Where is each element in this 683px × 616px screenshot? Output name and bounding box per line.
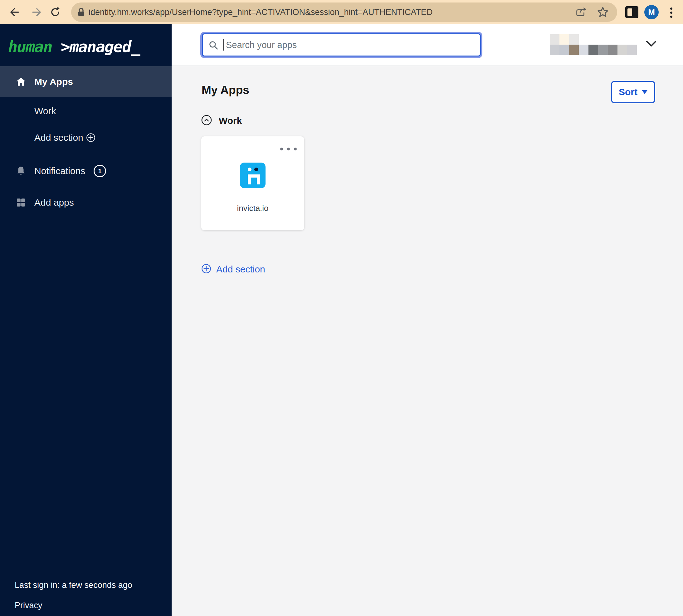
invicta-app-icon[interactable]: [240, 162, 266, 188]
sidebar-item-add-apps[interactable]: Add apps: [0, 196, 172, 210]
main-content: My Apps Sort Work invicta.io Add s: [172, 66, 683, 616]
sidebar-item-label: Add apps: [34, 197, 74, 208]
add-section-label: Add section: [216, 264, 265, 274]
sidebar-item-label: Add section: [34, 132, 83, 143]
back-arrow-icon: [8, 6, 20, 18]
app-card-menu-icon[interactable]: [280, 148, 297, 150]
address-bar[interactable]: identity.hm.works/app/UserHome?type_hint…: [71, 2, 617, 22]
bell-icon: [16, 166, 26, 176]
browser-back-button[interactable]: [8, 6, 21, 19]
search-icon: [208, 40, 218, 51]
app-card-invicta[interactable]: invicta.io: [201, 136, 304, 230]
app-icon-dot-left: [248, 168, 251, 171]
logo-part-managed: >managed_: [61, 38, 140, 56]
section-header-work[interactable]: Work: [201, 115, 242, 127]
privacy-link[interactable]: Privacy: [15, 601, 42, 610]
browser-reload-button[interactable]: [49, 6, 62, 19]
bookmark-star-icon[interactable]: [597, 6, 609, 18]
forward-arrow-icon: [31, 6, 43, 18]
plus-circle-icon: [201, 264, 211, 275]
grid-icon: [16, 197, 26, 208]
app-header: Search your apps: [172, 24, 683, 66]
sidebar-item-my-apps[interactable]: My Apps: [0, 66, 172, 97]
sidebar: human >managed_ My Apps Work Add section…: [0, 24, 172, 616]
sidebar-item-notifications[interactable]: Notifications 1: [0, 164, 172, 178]
page-title: My Apps: [202, 84, 249, 97]
app-name: invicta.io: [201, 203, 304, 213]
sort-button-label: Sort: [619, 87, 637, 97]
browser-forward-button[interactable]: [30, 6, 43, 19]
section-label: Work: [219, 115, 242, 126]
share-icon[interactable]: [575, 6, 587, 18]
search-input[interactable]: Search your apps: [202, 34, 481, 57]
lock-icon: [78, 7, 85, 18]
sidebar-item-label: My Apps: [34, 76, 73, 87]
user-menu[interactable]: [550, 34, 637, 55]
browser-menu-icon[interactable]: [669, 6, 673, 19]
sort-button[interactable]: Sort: [611, 81, 655, 103]
last-sign-in-text: Last sign in: a few seconds ago: [15, 580, 132, 590]
text-caret: [223, 39, 224, 50]
add-section-link[interactable]: Add section: [201, 264, 265, 275]
sidebar-item-label: Notifications: [34, 166, 85, 176]
sidebar-item-label: Work: [34, 106, 56, 116]
browser-toolbar: identity.hm.works/app/UserHome?type_hint…: [0, 0, 683, 24]
reload-icon: [49, 6, 61, 18]
sidebar-item-work[interactable]: Work: [0, 105, 172, 117]
home-icon: [16, 76, 26, 87]
logo-part-human: human: [8, 38, 61, 56]
search-placeholder: Search your apps: [226, 40, 297, 50]
side-panel-icon[interactable]: [625, 6, 638, 18]
chevron-down-icon[interactable]: [646, 41, 657, 49]
app-icon-dot-right: [254, 168, 258, 171]
sidebar-item-add-section[interactable]: Add section: [0, 131, 172, 144]
brand-logo: human >managed_: [8, 35, 140, 59]
collapse-section-icon[interactable]: [201, 115, 212, 127]
url-text[interactable]: identity.hm.works/app/UserHome?type_hint…: [89, 2, 433, 22]
browser-profile-avatar[interactable]: M: [644, 5, 659, 19]
user-menu-mosaic: [550, 34, 637, 55]
plus-circle-icon: [86, 133, 95, 142]
notifications-count-badge: 1: [94, 165, 106, 177]
sort-caret-icon: [642, 90, 647, 94]
app-icon-n-shape: [248, 174, 260, 184]
